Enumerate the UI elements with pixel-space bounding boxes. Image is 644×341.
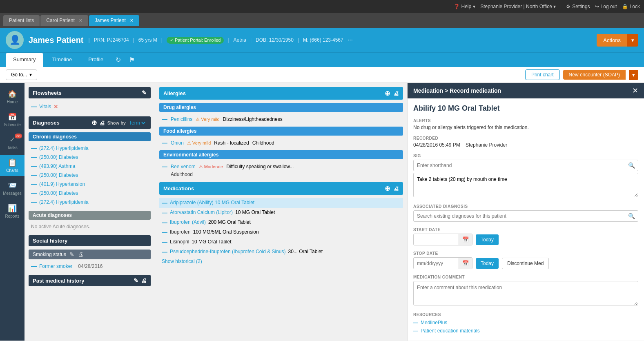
sidebar: 🏠 Home 📅 Schedule 38 ✓ Tasks 📋 Charts 📨 … — [0, 83, 25, 341]
print-chart-button[interactable]: Print chart — [525, 69, 560, 80]
pmh-edit-icon[interactable]: ✎ — [134, 277, 138, 284]
patient-insurance[interactable]: Aetna — [234, 37, 246, 43]
patient-meta: | PRN: PJ246704 | 65 yrs M | ✓ Patient P… — [89, 36, 353, 44]
med-ibuprofen-suspension[interactable]: — Ibuprofen 100 MG/5ML Oral Suspension — [159, 227, 403, 237]
allergy-penicillins: — Penicillins ⚠ Very mild Dizziness/Ligh… — [159, 114, 403, 124]
smoking-edit-icon[interactable]: ✎ — [69, 251, 74, 258]
dx-hypertension: — (401.9) Hypertension — [29, 180, 151, 189]
allergies-add-icon[interactable]: ⊕ — [385, 89, 390, 97]
diagnoses-header: Diagnoses ⊕ 🖨 Show by Term ICD — [29, 116, 151, 129]
goto-chevron: ▾ — [29, 72, 32, 78]
start-date-calendar-icon[interactable]: 📅 — [459, 234, 472, 245]
smoking-print-icon[interactable]: 🖨 — [78, 251, 83, 258]
stop-date-input[interactable] — [414, 258, 459, 269]
start-date-input-wrapper: 05/04/2016 📅 — [413, 234, 472, 245]
patient-education-link[interactable]: — Patient education materials — [413, 327, 638, 335]
show-historical-link[interactable]: Show historical (2) — [159, 257, 403, 266]
lock-icon: 🔒 — [622, 4, 628, 9]
chronic-diagnoses-header: Chronic diagnoses — [29, 132, 151, 141]
james-patient-close[interactable]: ✕ — [130, 18, 134, 23]
bee-venom-onset: Adulthood — [159, 172, 403, 177]
logout-link[interactable]: ↪ Log out — [595, 4, 617, 9]
profile-tab[interactable]: Profile — [81, 53, 111, 67]
warning-triangle-env-icon: ⚠ — [199, 164, 203, 169]
refresh-icon[interactable]: ↻ — [112, 53, 124, 67]
medlineplus-link[interactable]: — MedlinePlus — [413, 319, 638, 327]
sidebar-item-tasks[interactable]: 38 ✓ Tasks — [0, 132, 25, 153]
medications-print-icon[interactable]: 🖨 — [393, 185, 399, 192]
allergies-print-icon[interactable]: 🖨 — [393, 90, 399, 97]
lock-link[interactable]: 🔒 Lock — [622, 4, 640, 9]
alerts-group: ALERTS No drug or allergy alerts trigger… — [413, 118, 638, 130]
main-layout: 🏠 Home 📅 Schedule 38 ✓ Tasks 📋 Charts 📨 … — [0, 83, 644, 341]
actions-group: Actions ▾ — [597, 34, 638, 47]
allergy-onion: — Onion ⚠ Very mild Rash - localized Chi… — [159, 138, 403, 148]
content-area: Flowsheets ✎ — Vitals ✕ Diagnoses ⊕ 🖨 — [25, 83, 644, 341]
diagnosis-search-input[interactable] — [413, 210, 638, 222]
diagnoses-add-icon[interactable]: ⊕ — [91, 119, 97, 127]
sidebar-item-charts[interactable]: 📋 Charts — [0, 155, 25, 176]
med-record-close-icon[interactable]: ✕ — [632, 86, 638, 95]
more-options-icon[interactable]: ··· — [348, 36, 353, 44]
sidebar-item-home[interactable]: 🏠 Home — [0, 86, 25, 107]
actions-dropdown-arrow[interactable]: ▾ — [627, 34, 638, 47]
allergies-section: Allergies ⊕ 🖨 Drug allergies — Penicilli… — [159, 87, 403, 177]
sig-shorthand-input[interactable] — [413, 160, 638, 171]
settings-link[interactable]: ⚙ Settings — [566, 4, 590, 9]
stop-date-input-wrapper: 📅 — [413, 257, 472, 269]
stop-date-today-button[interactable]: Today — [476, 258, 499, 269]
dx-hyperlipidemia-2: — (272.4) Hyperlipidemia — [29, 198, 151, 207]
discontinue-med-button[interactable]: Discontinue Med — [502, 258, 549, 269]
sig-textarea[interactable]: Take 2 tablets (20 mg) by mouth one time — [413, 173, 638, 197]
james-patient-tab[interactable]: James Patient ✕ — [89, 15, 139, 26]
medications-section: Medications ⊕ 🖨 — Aripiprazole (Abilify)… — [159, 182, 403, 266]
med-ibuprofen-advil[interactable]: — Ibuprofen (Advil) 200 MG Oral Tablet — [159, 218, 403, 227]
patient-dob: DOB: 12/30/1950 — [256, 37, 294, 43]
patient-lists-tab[interactable]: Patient lists — [3, 15, 40, 26]
pmh-print-icon[interactable]: 🖨 — [141, 277, 147, 284]
start-date-row: 05/04/2016 📅 Today — [413, 234, 638, 245]
flowsheets-edit-icon[interactable]: ✎ — [142, 89, 147, 96]
carol-patient-close[interactable]: ✕ — [79, 18, 82, 23]
top-navigation: ❓ Help ▾ Stephanie Provider | North Offi… — [0, 0, 644, 13]
show-by-select[interactable]: Term ICD — [127, 120, 147, 126]
med-atorvastatin[interactable]: — Atorvastatin Calcium (Lipitor) 10 MG O… — [159, 208, 403, 218]
start-date-today-button[interactable]: Today — [476, 234, 499, 245]
medications-add-icon[interactable]: ⊕ — [385, 185, 390, 192]
office-chevron: ▾ — [553, 4, 556, 9]
timeline-tab[interactable]: Timeline — [45, 53, 80, 67]
med-record-body: Abilify 10 MG Oral Tablet ALERTS No drug… — [408, 98, 644, 341]
flag-icon[interactable]: ⚑ — [126, 53, 138, 67]
sig-group: SIG 🔍 Take 2 tablets (20 mg) by mouth on… — [413, 154, 638, 198]
acute-diagnoses-header: Acute diagnoses — [29, 211, 151, 220]
med-aripiprazole[interactable]: — Aripiprazole (Abilify) 10 MG Oral Tabl… — [159, 198, 403, 208]
toolbar-right: Print chart New encounter (SOAP) ▾ — [525, 69, 638, 80]
environmental-allergies-header: Environmental allergies — [159, 150, 403, 159]
actions-button[interactable]: Actions — [597, 34, 627, 47]
stop-date-calendar-icon[interactable]: 📅 — [459, 258, 472, 269]
patient-name: James Patient — [29, 36, 84, 45]
carol-patient-tab[interactable]: Carol Patient ✕ — [40, 15, 88, 26]
med-record-title: Abilify 10 MG Oral Tablet — [413, 104, 638, 113]
vitals-close-icon[interactable]: ✕ — [53, 103, 58, 110]
food-severity-icon: ⚠ Very mild — [187, 140, 211, 146]
smoking-status-item: — Former smoker 04/28/2016 — [29, 262, 151, 271]
new-encounter-button[interactable]: New encounter (SOAP) — [563, 70, 626, 80]
summary-tab[interactable]: Summary — [6, 53, 43, 67]
med-lisinopril[interactable]: — Lisinopril 10 MG Oral Tablet — [159, 237, 403, 247]
sidebar-item-schedule[interactable]: 📅 Schedule — [0, 109, 25, 130]
help-link[interactable]: ❓ Help ▾ — [454, 4, 476, 9]
med-pseudoephedrine[interactable]: — Pseudoephedrine-Ibuprofen (Ibuprofen C… — [159, 247, 403, 257]
start-date-input[interactable]: 05/04/2016 — [414, 234, 459, 245]
vitals-link[interactable]: Vitals — [39, 104, 51, 109]
new-encounter-dropdown[interactable]: ▾ — [629, 70, 638, 80]
diagnoses-print-icon[interactable]: 🖨 — [99, 120, 105, 126]
goto-button[interactable]: Go to... ▾ — [6, 69, 37, 80]
dx-hyperlipidemia-1: — (272.4) Hyperlipidemia — [29, 144, 151, 153]
medications-header: Medications ⊕ 🖨 — [159, 182, 403, 195]
sidebar-item-reports[interactable]: 📊 Reports — [0, 201, 25, 222]
medication-comment-textarea[interactable] — [413, 281, 638, 305]
middle-panel: Allergies ⊕ 🖨 Drug allergies — Penicilli… — [155, 83, 407, 341]
sidebar-item-messages[interactable]: 📨 Messages — [0, 178, 25, 199]
sig-search-icon: 🔍 — [628, 162, 635, 169]
